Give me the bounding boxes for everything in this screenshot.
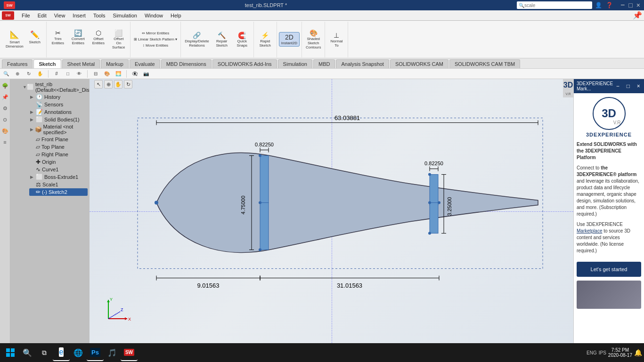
- marketplace-link[interactable]: Marketplace: [577, 228, 602, 233]
- menu-file[interactable]: File: [18, 12, 34, 19]
- offset-surface-btn[interactable]: ⬜ OffsetOnSurface: [109, 28, 128, 50]
- tree-item-sensors[interactable]: 📡 Sensors: [29, 101, 88, 108]
- user-icon[interactable]: 👤: [595, 2, 602, 8]
- vp-zoom-btn[interactable]: ⊕: [13, 70, 22, 78]
- menu-insert[interactable]: Insert: [69, 12, 90, 19]
- quick-snaps-btn[interactable]: 🧲 QuickSnaps: [233, 31, 252, 48]
- normal-to-btn[interactable]: ⊥ NormalTo: [327, 31, 346, 48]
- vp-hide-btn[interactable]: 👁‍🗨: [130, 70, 139, 78]
- vp-right-view-btn[interactable]: 3D: [564, 81, 572, 89]
- vp-camera-btn[interactable]: 📷: [142, 70, 150, 78]
- menu-simulation[interactable]: Simulation: [109, 12, 141, 19]
- notification-btn[interactable]: 🔔: [634, 349, 642, 356]
- tree-item-top-plane[interactable]: ▱ Top Plane: [29, 143, 88, 151]
- vp-scene-btn[interactable]: 🌅: [114, 70, 122, 78]
- tree-item-right-plane[interactable]: ▱ Right Plane: [29, 151, 88, 158]
- taskbar-task-btn[interactable]: ⧉: [36, 344, 53, 361]
- vp-zoom-fit-btn[interactable]: 🔍: [2, 70, 10, 78]
- rp-close-btn[interactable]: ×: [634, 81, 643, 91]
- display-delete-relations-btn[interactable]: 🔗 Display/DeleteRelations: [183, 31, 211, 48]
- tab-sw-cam[interactable]: SOLIDWORKS CAM: [390, 59, 448, 68]
- tree-item-scale[interactable]: ⚖ Scale1: [29, 181, 88, 188]
- linear-pattern-btn[interactable]: ⊞ Linear Sketch Pattern ▾: [132, 37, 179, 42]
- taskbar-search-btn[interactable]: 🔍: [19, 344, 36, 361]
- pin-icon[interactable]: 📌: [633, 11, 642, 20]
- vp-display-btn[interactable]: □: [64, 70, 72, 78]
- vp-view-btn[interactable]: 👁: [75, 70, 83, 78]
- search-box[interactable]: 🔍: [517, 1, 592, 9]
- tree-item-sketch2[interactable]: ✏ (-) Sketch2: [29, 188, 88, 196]
- repair-sketch-btn[interactable]: 🔨 RepairSketch: [212, 31, 231, 48]
- sk-rotate-btn[interactable]: ↻: [124, 80, 132, 88]
- config-icon[interactable]: ⚙: [1, 105, 9, 112]
- offset-entities-btn[interactable]: ⬡ OffsetEntities: [89, 28, 108, 50]
- tree-item-annotations[interactable]: ▶ 📝 Annotations: [29, 108, 88, 116]
- sk-select-btn[interactable]: ↖: [94, 80, 103, 88]
- property-icon[interactable]: 📌: [1, 93, 9, 101]
- tree-root[interactable]: ▼ ⬜ test_rib (Default<<Default>_Displ: [22, 81, 88, 93]
- tab-simulation[interactable]: Simulation: [278, 59, 312, 68]
- taskbar-chrome-btn[interactable]: 🌐: [70, 344, 87, 361]
- tree-item-solid-bodies[interactable]: ▶ ⬜ Solid Bodies(1): [29, 116, 88, 123]
- smart-dimension-btn[interactable]: 📐 Smart Dimension: [4, 29, 25, 49]
- tab-mbd[interactable]: MBD: [313, 59, 335, 68]
- tab-sketch[interactable]: Sketch: [33, 59, 61, 68]
- tab-analysis[interactable]: Analysis Snapshot: [336, 59, 389, 68]
- menu-edit[interactable]: Edit: [34, 12, 50, 19]
- convert-entities-btn[interactable]: 🔄 ConvertEntities: [69, 28, 88, 50]
- taskbar-sw-btn[interactable]: SW: [121, 344, 138, 361]
- taskbar-start-btn[interactable]: [2, 344, 19, 361]
- feature-tree-icon[interactable]: 🌳: [1, 82, 9, 89]
- menu-help[interactable]: Help: [167, 12, 185, 19]
- shaded-sketch-btn[interactable]: 🎨 ShadedSketchContours: [304, 28, 323, 50]
- menu-view[interactable]: View: [50, 12, 69, 19]
- sketch-btn[interactable]: ✏️ Sketch: [25, 29, 44, 49]
- search-input[interactable]: [524, 3, 571, 8]
- help-icon[interactable]: ❓: [606, 2, 613, 8]
- tab-sw-cam-tbm[interactable]: SOLIDWORKS CAM TBM: [449, 59, 520, 68]
- tab-sw-addins[interactable]: SOLIDWORKS Add-Ins: [212, 59, 277, 68]
- tab-mbd-dimensions[interactable]: MBD Dimensions: [161, 59, 212, 68]
- rp-minimize-btn[interactable]: −: [613, 81, 622, 91]
- vp-appearance-btn[interactable]: 🎨: [103, 70, 111, 78]
- sk-pan-btn[interactable]: ✋: [114, 80, 122, 88]
- tab-evaluate[interactable]: Evaluate: [130, 59, 160, 68]
- tab-sheet-metal[interactable]: Sheet Metal: [62, 59, 100, 68]
- close-btn[interactable]: ×: [636, 1, 640, 9]
- display-icon[interactable]: ⊙: [1, 116, 9, 123]
- taskbar-edge-btn[interactable]: e: [53, 344, 70, 361]
- viewport[interactable]: ↖ ⊕ ✋ ↻ 63.03881: [90, 79, 573, 343]
- vp-pan-btn[interactable]: ✋: [36, 70, 44, 78]
- tab-markup[interactable]: Markup: [101, 59, 129, 68]
- minimize-btn[interactable]: −: [620, 1, 625, 9]
- sk-zoom-btn[interactable]: ⊕: [104, 80, 113, 88]
- tree-item-curve[interactable]: ∿ Curve1: [29, 166, 88, 173]
- menu-tools[interactable]: Tools: [90, 12, 109, 19]
- vp-section-btn[interactable]: ⊟: [91, 70, 100, 78]
- svg-rect-2: [260, 202, 269, 249]
- rapid-sketch-btn[interactable]: ⚡ RapidSketch: [256, 31, 275, 48]
- tree-item-origin[interactable]: ✚ Origin: [29, 158, 88, 166]
- rp-expand-btn[interactable]: □: [623, 81, 633, 91]
- svg-rect-51: [6, 353, 10, 357]
- taskbar-music-btn[interactable]: 🎵: [104, 344, 121, 361]
- panel-heading: Extend SOLIDWORKS with the 3DEXPERIENCE …: [577, 141, 641, 161]
- vp-grid-btn[interactable]: #: [52, 70, 61, 78]
- appearance-icon[interactable]: 🎨: [1, 127, 9, 135]
- maximize-btn[interactable]: □: [628, 1, 632, 9]
- tree-item-history[interactable]: ▶ 🕐 History: [29, 93, 88, 101]
- vp-rotate-btn[interactable]: ↻: [24, 70, 33, 78]
- custom-icon[interactable]: ≡: [1, 138, 9, 146]
- trim-entities-btn[interactable]: ✂ TrimEntities: [49, 28, 67, 50]
- mirror-entities-btn[interactable]: ⇔ Mirror Entities: [132, 31, 179, 36]
- tree-item-material[interactable]: ▶ 📦 Material <not specified>: [29, 123, 88, 136]
- tab-features[interactable]: Features: [2, 59, 33, 68]
- taskbar: 🔍 ⧉ e 🌐 Ps 🎵 SW ENG IPS 7:52 PM 2020-08-…: [0, 343, 644, 362]
- instant2d-btn[interactable]: 2D Instant2D: [279, 32, 300, 47]
- move-entities-btn[interactable]: ↕ Move Entities: [132, 43, 179, 48]
- menu-window[interactable]: Window: [141, 12, 167, 19]
- tree-item-boss-extrude[interactable]: ▶ ⬜ Boss-Extrude1: [29, 173, 88, 181]
- get-started-button[interactable]: Let's get started: [577, 262, 641, 277]
- tree-item-front-plane[interactable]: ▱ Front Plane: [29, 136, 88, 143]
- taskbar-photoshop-btn[interactable]: Ps: [87, 344, 104, 361]
